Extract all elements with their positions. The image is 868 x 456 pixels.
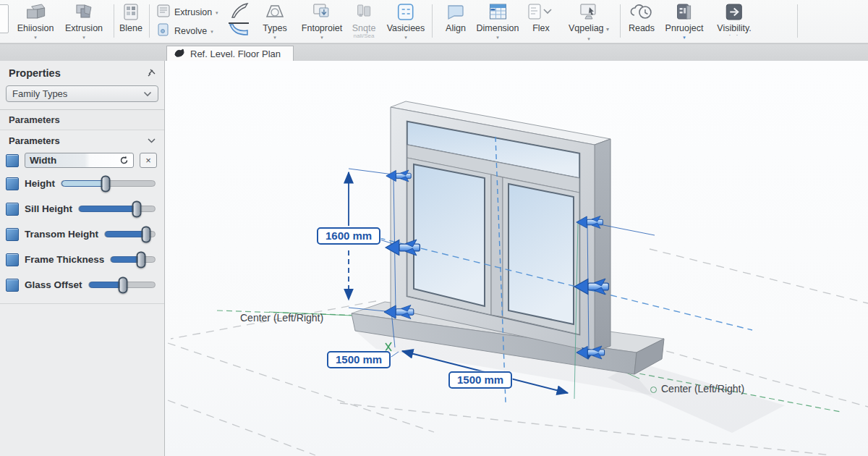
- chevron-down-icon: ▾: [34, 35, 37, 41]
- chevron-down-icon: ▾: [82, 35, 85, 41]
- visibility-arrow-icon: [723, 1, 745, 23]
- left-casement-panel[interactable]: [407, 158, 491, 315]
- ribbon-button-form-extrusion[interactable]: Extrusion ▾: [156, 4, 218, 21]
- ribbon-button-label: Dimension: [476, 23, 519, 33]
- slider-label: Glass Offset: [25, 279, 82, 290]
- dimension-value-width-a[interactable]: 1500 mm: [327, 351, 391, 368]
- extrude-solid-icon: [23, 1, 48, 23]
- transom-height-slider[interactable]: [104, 231, 156, 237]
- project-panel-icon: [673, 1, 695, 23]
- ribbon-button-blend[interactable]: Blene: [119, 1, 142, 33]
- properties-title: Properties: [9, 67, 61, 79]
- view-tab-ref-level[interactable]: Ref. Level. Floor Plan: [166, 46, 294, 62]
- ribbon-button-into-project[interactable]: Fntoproiet ▾: [302, 1, 342, 41]
- width-label: Width: [30, 155, 56, 166]
- parameter-icon: [6, 177, 19, 190]
- sill-height-slider[interactable]: [78, 206, 156, 212]
- ribbon-button-visibility[interactable]: Visibility. · ·: [717, 1, 751, 38]
- ribbon-button-label: Blene: [119, 23, 142, 33]
- ribbon-button-label: Reads: [629, 23, 655, 33]
- ribbon-button-types[interactable]: Types ▾: [263, 1, 287, 41]
- parameters-group-label: Parameters: [9, 135, 60, 146]
- width-parameter-row: Width ×: [0, 150, 164, 171]
- right-casement-panel[interactable]: [503, 177, 579, 334]
- chevron-down-icon: ▾: [404, 35, 407, 41]
- glass-offset-slider[interactable]: [88, 282, 156, 288]
- width-input-field[interactable]: Width: [25, 153, 134, 168]
- chevron-down-icon: ▾: [210, 29, 213, 35]
- types-icon: [263, 1, 287, 23]
- height-slider[interactable]: [61, 180, 156, 187]
- ribbon-button-label: Vqpeliag ▾: [569, 23, 609, 35]
- chevron-down-icon: [148, 138, 156, 143]
- ribbon-toolbar: Ehiiosion ▾ Extrusion ▾ Blene Extrusion …: [0, 0, 868, 43]
- view-tab-label: Ref. Level. Floor Plan: [190, 48, 281, 59]
- view-tab-icon: [174, 48, 184, 61]
- ribbon-divider: [797, 4, 798, 38]
- parameter-icon: [6, 253, 19, 266]
- chevron-down-icon: ▾: [683, 35, 686, 41]
- close-icon[interactable]: ×: [140, 153, 157, 168]
- reference-plane-label-right[interactable]: Center (Left/Right): [661, 383, 744, 394]
- pages-icon: [353, 1, 375, 23]
- ribbon-button-label: Fntoproiet: [302, 23, 342, 33]
- slider-handle[interactable]: [132, 200, 141, 217]
- ribbon-button-revolve[interactable]: Revolve ▾: [156, 22, 213, 40]
- slider-handle[interactable]: [137, 251, 146, 268]
- refresh-icon[interactable]: [119, 156, 129, 165]
- ribbon-button-dimension[interactable]: Dimension ▾: [476, 1, 519, 41]
- cloud-clock-icon: [629, 1, 655, 23]
- visibility-card-icon: [395, 1, 417, 23]
- chevron-down-icon: ▾: [496, 35, 499, 41]
- ribbon-button-flex[interactable]: Flex: [526, 1, 556, 33]
- blend-solid-icon: [72, 1, 96, 23]
- chevron-down-icon: ▾: [273, 35, 276, 41]
- ribbon-button-label: Pnruoject: [665, 23, 704, 33]
- sweep-tool-icon[interactable]: [226, 19, 252, 41]
- ribbon-button-sublabel: nali/Sea: [354, 33, 375, 39]
- slider-handle[interactable]: [119, 276, 128, 293]
- pin-icon[interactable]: [148, 67, 156, 80]
- slider-label: Height: [25, 178, 55, 189]
- slider-row-height: Height: [0, 171, 164, 196]
- load-into-project-icon: [310, 1, 333, 23]
- chevron-down-icon: ▾: [320, 35, 323, 41]
- slider-handle[interactable]: [142, 226, 151, 242]
- ribbon-button-label: Revolve: [174, 26, 207, 36]
- frame-thickness-slider[interactable]: [110, 256, 156, 263]
- view-tab-strip: Ref. Level. Floor Plan: [0, 43, 868, 61]
- ribbon-button-reads[interactable]: Reads: [629, 1, 655, 33]
- ribbon-divider: [432, 4, 433, 38]
- parameter-icon: [6, 228, 19, 241]
- drawing-canvas[interactable]: 1600 mm 1500 mm 1500 mm Center (Left/Rig…: [165, 61, 868, 456]
- ribbon-button-snqte[interactable]: Snqte nali/Sea: [352, 1, 376, 39]
- slider-handle[interactable]: [101, 175, 110, 192]
- family-types-selector[interactable]: Family Types: [6, 85, 158, 102]
- slider-row-sill-height: Sill Height: [0, 196, 164, 221]
- ribbon-button-pnruoject[interactable]: Pnruoject ▾: [665, 1, 704, 41]
- dimension-value-width-b[interactable]: 1500 mm: [448, 371, 512, 389]
- ribbon-button-align[interactable]: Align: [445, 1, 467, 33]
- ribbon-button-vqpeliag[interactable]: Vqpeliag ▾ ▾: [569, 1, 609, 42]
- ribbon-button-vasiciees[interactable]: Vasiciees ▾: [387, 1, 425, 41]
- window-3d-view: [165, 61, 868, 456]
- ribbon-button-label: Align: [446, 23, 466, 33]
- panel-divider: [0, 303, 164, 304]
- overflow-dots: · ·: [728, 33, 739, 38]
- reference-plane-label-left[interactable]: Center (Left/Right): [240, 312, 323, 324]
- chevron-down-icon: ▾: [606, 26, 609, 33]
- ribbon-button-extrusion-b[interactable]: Extrusion ▾: [65, 1, 103, 41]
- chevron-down-icon: ▾: [216, 10, 218, 16]
- family-types-value: Family Types: [12, 88, 67, 99]
- dimension-value-height[interactable]: 1600 mm: [317, 227, 380, 245]
- properties-panel: Properties Family Types Parameters Param…: [0, 61, 165, 456]
- parameter-icon: [6, 203, 19, 216]
- ribbon-button-label: Extrusion: [174, 7, 212, 17]
- mullion[interactable]: [491, 174, 503, 317]
- monitor-cursor-icon: [576, 1, 601, 23]
- parameters-group-header[interactable]: Parameters: [0, 130, 164, 150]
- ribbon-button-extrusion-a[interactable]: Ehiiosion ▾: [17, 1, 54, 41]
- align-icon: [445, 1, 467, 23]
- slider-row-frame-thickness: Frame Thickness: [0, 247, 164, 272]
- ribbon-button-label: Flex: [532, 23, 550, 33]
